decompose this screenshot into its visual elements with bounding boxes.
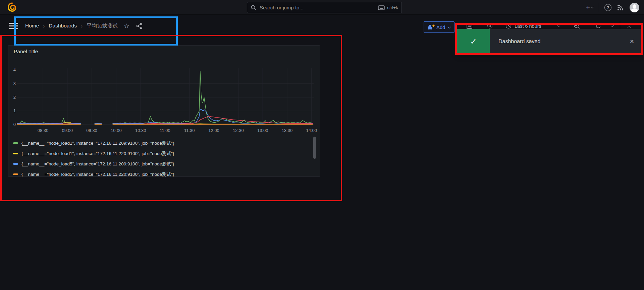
breadcrumb-current-dashboard: 平均负载测试 [87, 22, 118, 29]
legend-color-chip [13, 163, 18, 165]
x-tick-label: 11:00 [157, 128, 173, 133]
x-tick-label: 11:30 [181, 128, 198, 133]
toast-success-section: ✓ [457, 29, 490, 54]
legend-color-chip [13, 173, 18, 175]
gear-icon [486, 22, 493, 29]
check-icon: ✓ [470, 37, 477, 46]
search-placeholder: Search or jump to... [260, 5, 378, 10]
search-shortcut-label: ctrl+k [387, 5, 398, 10]
refresh-interval-chevron-icon[interactable] [611, 24, 614, 27]
breadcrumb-separator: › [43, 23, 45, 29]
search-shortcut: ctrl+k [378, 5, 398, 10]
close-icon: × [630, 37, 634, 46]
refresh-icon [595, 22, 602, 29]
menu-toggle-button[interactable] [9, 23, 18, 29]
x-tick-label: 10:30 [132, 128, 149, 133]
save-dashboard-button[interactable] [466, 22, 473, 29]
legend-label: {__name__="node_load1", instance="172.16… [21, 140, 174, 146]
zoom-out-icon [573, 22, 580, 29]
time-range-label[interactable]: Last 6 hours [515, 23, 541, 29]
share-icon[interactable] [136, 23, 143, 29]
y-tick-label: 3 [8, 81, 16, 86]
legend-color-chip [13, 142, 18, 144]
timeseries-chart[interactable] [16, 62, 314, 127]
add-button-label: Add [436, 24, 445, 30]
toast-message: Dashboard saved [490, 29, 623, 54]
help-button[interactable]: ? [604, 4, 611, 11]
x-tick-label: 09:00 [59, 128, 75, 133]
y-tick-label: 4 [8, 67, 16, 72]
new-dashboard-button[interactable]: + [586, 3, 593, 11]
breadcrumb-dashboards[interactable]: Dashboards [49, 23, 77, 29]
dashboard-settings-button[interactable] [486, 22, 493, 29]
legend-item[interactable]: {__name__="node_load5", instance="172.16… [13, 159, 308, 169]
x-tick-label: 13:00 [255, 128, 271, 133]
y-tick-label: 2 [8, 95, 16, 100]
time-range-button[interactable] [505, 22, 512, 29]
help-icon: ? [604, 4, 611, 11]
legend: {__name__="node_load1", instance="172.16… [13, 138, 308, 177]
legend-item[interactable]: {__name__="node_load1", instance="172.16… [13, 148, 308, 159]
x-tick-label: 10:00 [108, 128, 124, 133]
grafana-logo-icon[interactable] [7, 2, 17, 13]
x-tick-label: 08:30 [35, 128, 51, 133]
top-nav-bar: Search or jump to... ctrl+k + ? [0, 0, 644, 15]
panel-title[interactable]: Panel Title [14, 49, 38, 55]
news-button[interactable] [617, 4, 624, 11]
legend-label: {__name__="node_load5", instance="172.16… [21, 171, 174, 177]
add-visualization-icon: + [428, 25, 434, 29]
user-avatar[interactable] [630, 3, 639, 12]
y-tick-label: 0 [8, 122, 16, 127]
nav-divider [599, 3, 599, 12]
x-tick-label: 13:30 [279, 128, 295, 133]
toast-close-button[interactable]: × [623, 29, 641, 54]
y-tick-label: 1 [8, 108, 16, 113]
breadcrumb: Home › Dashboards › 平均负载测试 ☆ [25, 15, 143, 37]
legend-label: {__name__="node_load5", instance="172.16… [21, 161, 174, 167]
save-icon [466, 22, 473, 29]
legend-label: {__name__="node_load1", instance="172.16… [21, 151, 174, 157]
timeseries-panel[interactable]: Panel Title 01234 08:3009:0009:3010:0010… [8, 45, 320, 177]
favorite-star-icon[interactable]: ☆ [124, 22, 129, 30]
x-tick-label: 12:00 [206, 128, 222, 133]
legend-item[interactable]: {__name__="node_load5", instance="172.16… [13, 169, 308, 177]
plus-icon: + [586, 3, 590, 11]
clock-icon [505, 22, 512, 29]
legend-color-chip [13, 153, 18, 154]
breadcrumb-separator: › [81, 23, 83, 29]
toolbar-divider [620, 21, 620, 29]
keyboard-icon [378, 5, 385, 10]
x-tick-label: 09:30 [84, 128, 100, 133]
zoom-out-button[interactable] [573, 22, 580, 29]
avatar-person-icon [633, 4, 636, 8]
time-range-chevron-icon[interactable] [557, 24, 560, 27]
refresh-button[interactable] [595, 22, 602, 29]
legend-scrollbar[interactable] [313, 137, 316, 159]
search-input[interactable]: Search or jump to... ctrl+k [247, 2, 402, 13]
legend-item[interactable]: {__name__="node_load1", instance="172.16… [13, 138, 308, 148]
chevron-down-icon [591, 5, 594, 8]
search-icon [251, 5, 257, 11]
rss-icon [617, 4, 624, 11]
chevron-down-icon [447, 25, 451, 28]
add-panel-button[interactable]: + Add [424, 21, 454, 33]
toast-notification: ✓ Dashboard saved × [457, 29, 641, 54]
x-tick-label: 12:30 [230, 128, 246, 133]
breadcrumb-home[interactable]: Home [25, 23, 39, 29]
x-tick-label: 14:00 [304, 128, 320, 133]
